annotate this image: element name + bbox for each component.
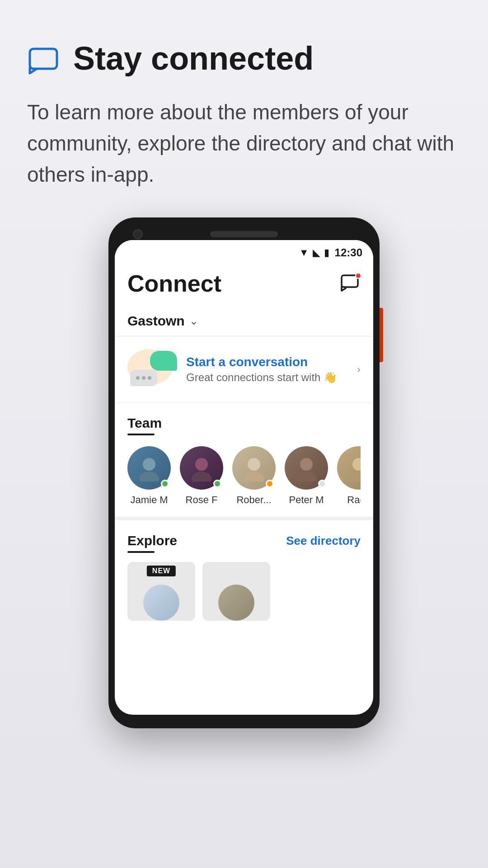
- svg-point-11: [349, 472, 361, 481]
- explore-card[interactable]: NEW: [127, 562, 195, 621]
- team-section-header: Team: [127, 415, 361, 431]
- status-dot-offline: [318, 480, 326, 488]
- svg-point-5: [192, 472, 211, 481]
- team-member[interactable]: Rose F: [180, 446, 223, 506]
- team-member[interactable]: Rober...: [232, 446, 276, 506]
- page-background: Stay connected To learn more about the m…: [0, 0, 488, 868]
- status-dot-orange: [266, 480, 274, 488]
- explore-card[interactable]: [202, 562, 270, 621]
- phone-camera: [133, 229, 143, 239]
- avatar-wrapper: [127, 446, 171, 490]
- team-underline: [127, 434, 155, 435]
- header-section: Stay connected: [27, 41, 461, 79]
- notification-badge: [355, 273, 361, 279]
- see-directory-link[interactable]: See directory: [286, 534, 361, 548]
- community-name: Gastown: [127, 313, 185, 329]
- explore-section-title: Explore: [127, 533, 177, 548]
- explore-header: Explore See directory: [127, 533, 361, 548]
- avatar-wrapper: [337, 446, 361, 490]
- svg-point-8: [300, 458, 313, 471]
- avatar: [337, 446, 361, 490]
- app-header: Connect: [115, 263, 373, 306]
- new-badge: NEW: [147, 566, 176, 576]
- community-selector[interactable]: Gastown ⌄: [115, 306, 373, 336]
- team-member[interactable]: Peter M: [285, 446, 328, 506]
- explore-cards: NEW: [127, 562, 361, 621]
- svg-point-10: [352, 458, 361, 471]
- phone-speaker: [210, 231, 278, 237]
- typing-dot-2: [142, 376, 145, 380]
- header-description: To learn more about the members of your …: [27, 97, 461, 190]
- svg-point-7: [244, 472, 264, 481]
- conversation-text: Start a conversation Great connections s…: [186, 355, 348, 384]
- member-name: Rober...: [236, 494, 271, 506]
- notification-button[interactable]: [341, 274, 361, 293]
- bubble-green: [150, 351, 177, 371]
- status-icons: ▼ ◣ ▮ 12:30: [299, 246, 362, 259]
- member-name: Rose F: [186, 494, 218, 506]
- typing-dot-1: [136, 376, 140, 380]
- team-section: Team: [115, 403, 373, 513]
- start-conversation-title: Start a conversation: [186, 355, 348, 369]
- avatar-wrapper: [180, 446, 223, 490]
- phone-side-button: [380, 308, 383, 362]
- svg-rect-0: [30, 49, 57, 69]
- bubble-gray: [130, 370, 157, 386]
- signal-icon: ◣: [313, 247, 320, 259]
- typing-dot-3: [148, 376, 151, 380]
- chevron-right-icon: ›: [357, 363, 361, 376]
- team-member[interactable]: Jamie M: [127, 446, 171, 506]
- avatar-wrapper: [285, 446, 328, 490]
- team-section-title: Team: [127, 415, 162, 431]
- chat-icon: [27, 44, 60, 79]
- svg-point-3: [139, 472, 159, 481]
- svg-point-2: [143, 458, 155, 471]
- svg-point-4: [195, 458, 208, 471]
- member-name: Peter M: [289, 494, 324, 506]
- member-name: Rach: [347, 494, 361, 506]
- svg-point-9: [296, 472, 316, 481]
- battery-icon: ▮: [324, 247, 329, 259]
- team-member[interactable]: Rach: [337, 446, 361, 506]
- status-dot-online: [161, 480, 169, 488]
- phone-body: ▼ ◣ ▮ 12:30 Connect: [108, 217, 380, 728]
- chevron-down-icon: ⌄: [189, 315, 198, 327]
- status-dot-online: [213, 480, 221, 488]
- team-members-list: Jamie M: [127, 446, 361, 506]
- app-title: Connect: [127, 270, 221, 297]
- explore-section: Explore See directory NEW: [115, 517, 373, 621]
- status-bar: ▼ ◣ ▮ 12:30: [115, 240, 373, 263]
- phone-screen: ▼ ◣ ▮ 12:30 Connect: [115, 240, 373, 715]
- status-time: 12:30: [335, 246, 362, 259]
- wifi-icon: ▼: [299, 247, 309, 259]
- phone-mockup: ▼ ◣ ▮ 12:30 Connect: [27, 217, 461, 728]
- explore-avatar: [143, 585, 179, 621]
- conversation-illustration: [127, 349, 177, 390]
- member-name: Jamie M: [130, 494, 168, 506]
- explore-underline: [127, 551, 155, 553]
- explore-avatar: [218, 585, 254, 621]
- phone-notch: [115, 231, 373, 237]
- svg-point-6: [248, 458, 260, 471]
- start-conversation-card[interactable]: Start a conversation Great connections s…: [115, 336, 373, 403]
- start-conversation-subtitle: Great connections start with 👋: [186, 371, 348, 384]
- avatar-wrapper: [232, 446, 276, 490]
- page-title: Stay connected: [73, 41, 314, 76]
